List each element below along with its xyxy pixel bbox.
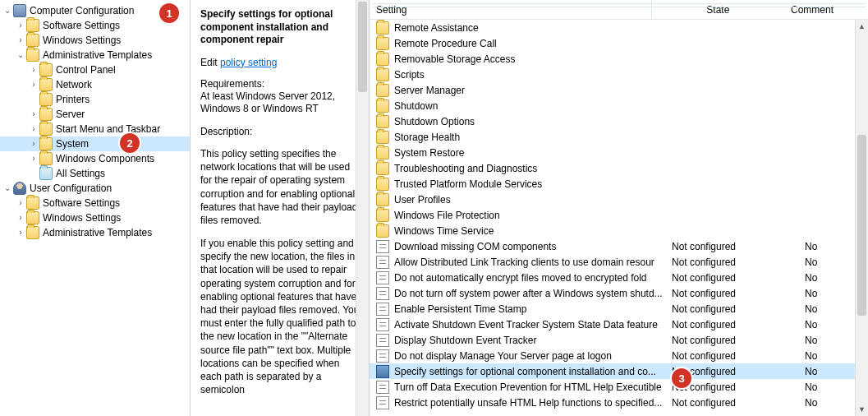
tree-server[interactable]: ›Server — [0, 107, 190, 122]
setting-icon — [376, 349, 389, 363]
list-row[interactable]: Do not turn off system power after a Win… — [370, 285, 868, 301]
row-name: User Profiles — [394, 194, 665, 206]
tree-start-menu[interactable]: ›Start Menu and Taskbar — [0, 122, 190, 136]
folder-icon — [376, 131, 389, 144]
row-name: Download missing COM components — [394, 241, 665, 252]
list-row[interactable]: System Restore — [370, 145, 868, 160]
list-row[interactable]: Windows File Protection — [370, 207, 868, 223]
tree-label: Control Panel — [56, 62, 116, 77]
folder-icon — [376, 37, 389, 50]
tree-label: System — [56, 136, 89, 151]
edit-policy-link[interactable]: policy setting — [220, 57, 277, 68]
folder-icon — [26, 19, 39, 32]
row-name: Remote Procedure Call — [394, 38, 665, 49]
folder-icon — [39, 122, 53, 136]
folder-icon — [376, 178, 389, 191]
list-row[interactable]: Do not automatically encrypt files moved… — [370, 270, 868, 285]
row-name: Specify settings for optional component … — [394, 366, 665, 377]
folder-icon — [376, 84, 389, 97]
tree-control-panel[interactable]: ›Control Panel — [0, 62, 190, 77]
tree-label: All Settings — [56, 166, 105, 181]
row-state: Not configured — [665, 288, 805, 299]
tree-label: Software Settings — [43, 196, 120, 210]
tree-windows-components[interactable]: ›Windows Components — [0, 151, 190, 166]
list-row[interactable]: Activate Shutdown Event Tracker System S… — [370, 317, 868, 332]
tree-uc-admin-templates[interactable]: ›Administrative Templates — [0, 225, 190, 240]
tree-software-settings[interactable]: ›Software Settings — [0, 18, 190, 33]
list-row[interactable]: Server Manager — [370, 82, 868, 98]
list-row[interactable]: User Profiles — [370, 192, 868, 207]
list-row[interactable]: Storage Health — [370, 129, 868, 145]
tree-label: Software Settings — [43, 18, 120, 33]
row-name: Troubleshooting and Diagnostics — [394, 163, 665, 174]
scroll-up-icon[interactable]: ▲ — [856, 20, 868, 33]
setting-icon — [376, 271, 389, 284]
folder-icon — [376, 68, 389, 81]
tree-windows-settings[interactable]: ›Windows Settings — [0, 33, 190, 48]
tree-uc-software-settings[interactable]: ›Software Settings — [0, 196, 190, 210]
list-row[interactable]: Removable Storage Access — [370, 51, 868, 67]
row-name: Remote Assistance — [394, 22, 665, 34]
row-name: Activate Shutdown Event Tracker System S… — [394, 319, 665, 330]
col-header-setting[interactable]: Setting — [370, 4, 651, 16]
tree-all-settings[interactable]: ›All Settings — [0, 166, 190, 181]
edit-prefix: Edit — [200, 57, 220, 68]
col-header-comment[interactable]: Comment — [784, 4, 868, 16]
list-scrollbar[interactable]: ▲ ▼ — [855, 20, 868, 416]
list-row[interactable]: Shutdown — [370, 98, 868, 113]
scrollbar-thumb[interactable] — [857, 135, 866, 316]
computer-icon — [13, 4, 26, 17]
tree-network[interactable]: ›Network — [0, 77, 190, 92]
tree-administrative-templates[interactable]: ⌄Administrative Templates — [0, 48, 190, 62]
folder-icon — [376, 115, 389, 128]
tree-system[interactable]: ›System — [0, 136, 190, 151]
folder-icon — [376, 53, 389, 66]
setting-icon — [376, 240, 389, 253]
tree-label: Start Menu and Taskbar — [56, 122, 160, 136]
list-row[interactable]: Scripts — [370, 67, 868, 82]
list-row[interactable]: Allow Distributed Link Tracking clients … — [370, 254, 868, 270]
row-state: Not configured — [665, 303, 805, 315]
list-row[interactable]: Turn off Data Execution Prevention for H… — [370, 379, 868, 395]
setting-icon — [376, 334, 389, 347]
user-icon — [13, 182, 26, 195]
list-row[interactable]: Specify settings for optional component … — [370, 363, 868, 379]
list-row[interactable]: Shutdown Options — [370, 113, 868, 129]
list-row[interactable]: Display Shutdown Event TrackerNot config… — [370, 332, 868, 348]
tree-user-configuration[interactable]: ⌄User Configuration — [0, 181, 190, 196]
list-row[interactable]: Download missing COM componentsNot confi… — [370, 238, 868, 254]
list-row[interactable]: Windows Time Service — [370, 223, 868, 238]
row-name: Removable Storage Access — [394, 53, 665, 65]
list-row[interactable]: Do not display Manage Your Server page a… — [370, 348, 868, 363]
list-row[interactable]: Trusted Platform Module Services — [370, 176, 868, 192]
tree-printers[interactable]: ›Printers — [0, 92, 190, 107]
list-row[interactable]: Enable Persistent Time StampNot configur… — [370, 301, 868, 317]
policy-title: Specify settings for optional component … — [200, 8, 361, 47]
tree-label: User Configuration — [30, 181, 112, 196]
setting-icon — [376, 396, 389, 409]
setting-icon — [376, 287, 389, 300]
scrollbar-thumb[interactable] — [358, 2, 367, 92]
folder-icon — [376, 193, 389, 206]
list-row[interactable]: Troubleshooting and Diagnostics — [370, 160, 868, 176]
folder-icon — [39, 93, 53, 106]
list-row[interactable]: Remote Assistance — [370, 20, 868, 35]
row-state: Not configured — [665, 397, 805, 409]
row-name: Display Shutdown Event Tracker — [394, 335, 665, 346]
row-name: Restrict potentially unsafe HTML Help fu… — [394, 397, 665, 409]
row-name: System Restore — [394, 147, 665, 159]
nav-tree: ⌄Computer Configuration ›Software Settin… — [0, 0, 191, 416]
tree-uc-windows-settings[interactable]: ›Windows Settings — [0, 210, 190, 225]
row-name: Storage Health — [394, 132, 665, 143]
row-state: Not configured — [665, 257, 805, 268]
scroll-down-icon[interactable]: ▼ — [856, 403, 868, 416]
description-scrollbar[interactable] — [356, 0, 369, 416]
settings-folder-icon — [39, 167, 53, 180]
row-state: Not configured — [665, 335, 805, 346]
setting-icon — [376, 318, 389, 331]
list-row[interactable]: Remote Procedure Call — [370, 35, 868, 51]
edit-policy-line: Edit policy setting — [200, 57, 361, 68]
description-pane: Specify settings for optional component … — [191, 0, 370, 416]
list-row[interactable]: Restrict potentially unsafe HTML Help fu… — [370, 395, 868, 410]
folder-icon — [26, 211, 39, 224]
